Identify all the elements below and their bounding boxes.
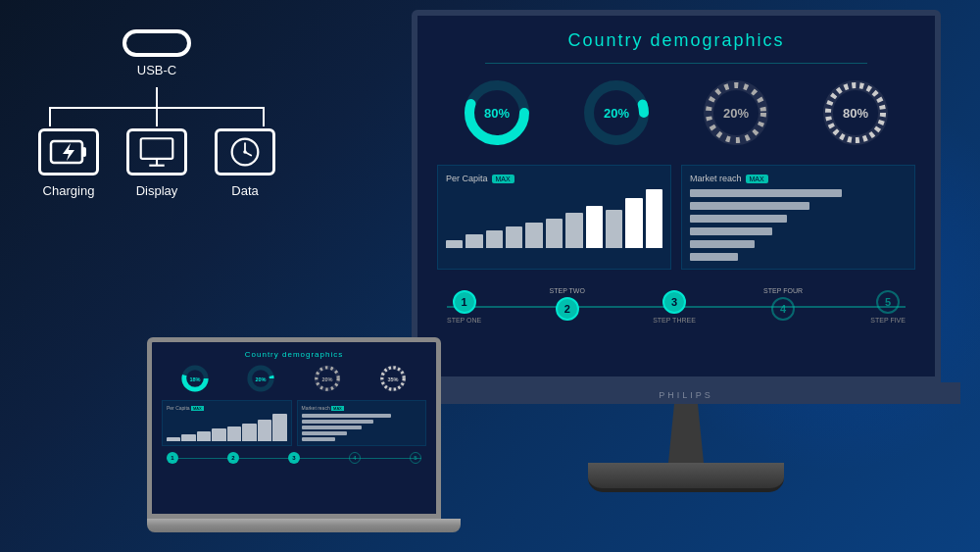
- step-3: 3 STEP THREE: [653, 287, 696, 324]
- mini-hbar-3: [302, 426, 362, 429]
- hbar-row-2: [690, 202, 906, 210]
- donut-3: 20%: [702, 78, 770, 147]
- svg-marker-2: [63, 143, 74, 161]
- hbar-3: [690, 215, 787, 223]
- mini-per-capita-title: Per Capita MAX: [167, 405, 287, 411]
- market-reach-max: MAX: [746, 175, 768, 183]
- mini-bar-6: [242, 424, 256, 441]
- mini-step-4: 4: [349, 452, 361, 464]
- monitor-screen: Country demographics 80%: [412, 10, 941, 382]
- market-reach-chart: Market reach MAX: [681, 165, 915, 270]
- step-2: STEP TWO 2: [550, 287, 585, 324]
- mini-step-5: 5: [410, 452, 421, 464]
- feature-display: Display: [118, 128, 196, 198]
- step-3-bot: STEP THREE: [653, 317, 696, 324]
- steps-row: 1 STEP ONE STEP TWO 2 3 STEP THREE STEP …: [437, 287, 915, 324]
- step-2-circle: 2: [556, 297, 579, 321]
- mini-bar-1: [167, 437, 180, 441]
- mini-donut-2: 20%: [245, 363, 276, 394]
- tree-diagram: [29, 87, 284, 109]
- bar-1: [446, 240, 463, 248]
- donut-2: 20%: [582, 78, 651, 147]
- tree-branch-mid: [156, 107, 158, 126]
- mini-donuts-row: 18% 20% 20% 35%: [162, 363, 426, 394]
- mini-dashboard: Country demographics 18% 20% 20%: [162, 350, 426, 508]
- data-clock-icon: [229, 136, 261, 168]
- display-label: Display: [136, 183, 178, 198]
- display-icon-box: [126, 128, 187, 176]
- donut-chart-2: 20%: [582, 78, 651, 147]
- mini-bars: [167, 414, 287, 441]
- svg-text:20%: 20%: [256, 376, 267, 382]
- features-row: Charging Display: [29, 128, 284, 198]
- hbar-6: [690, 253, 738, 261]
- tree-branch: [49, 107, 265, 109]
- hbar-4: [690, 227, 772, 235]
- laptop-screen: Country demographics 18% 20% 20%: [147, 337, 441, 519]
- mini-bar-5: [227, 427, 241, 441]
- step-2-top: STEP TWO: [550, 287, 585, 294]
- charging-label: Charging: [43, 183, 95, 198]
- bar-7: [565, 213, 582, 248]
- per-capita-title: Per Capita MAX: [446, 174, 662, 183]
- hbar-row-5: [690, 240, 906, 248]
- tree-trunk: [156, 87, 158, 107]
- donut-chart-3: 20%: [702, 78, 770, 147]
- per-capita-chart: Per Capita MAX: [437, 165, 671, 270]
- mini-bar-8: [272, 414, 286, 441]
- dashboard-title: Country demographics: [437, 30, 915, 51]
- hbar-row-3: [690, 215, 906, 223]
- usbc-diagram: USB-C Charging: [20, 29, 294, 198]
- feature-charging: Charging: [29, 128, 108, 198]
- mini-charts-row: Per Capita MAX Market reach MAX: [162, 400, 426, 446]
- mini-bar-2: [181, 434, 195, 441]
- usbc-shape: [122, 29, 191, 57]
- charging-icon-box: [38, 128, 99, 176]
- bar-6: [546, 219, 563, 248]
- monitor: Country demographics 80%: [412, 10, 960, 492]
- hbar-row-4: [690, 227, 906, 235]
- donut-chart-4: 80%: [821, 78, 890, 147]
- monitor-base: [588, 463, 784, 492]
- step-1-bot: STEP ONE: [447, 317, 481, 324]
- bar-5: [525, 223, 542, 248]
- bar-4: [506, 226, 522, 248]
- svg-text:80%: 80%: [843, 106, 868, 121]
- hbar-5: [690, 240, 755, 248]
- market-reach-bars: [690, 189, 906, 261]
- laptop: Country demographics 18% 20% 20%: [147, 337, 461, 532]
- per-capita-bars: [446, 189, 662, 248]
- donuts-row: 80% 20% 20%: [437, 78, 915, 147]
- mini-hbar-5: [302, 437, 335, 441]
- dashboard: Country demographics 80%: [437, 30, 915, 367]
- step-1: 1 STEP ONE: [447, 287, 481, 324]
- step-1-circle: 1: [453, 290, 476, 314]
- mini-step-1: 1: [167, 452, 178, 464]
- market-reach-label: Market reach: [690, 174, 742, 183]
- per-capita-label: Per Capita: [446, 174, 488, 183]
- mini-per-capita: Per Capita MAX: [162, 400, 292, 446]
- mini-donut-3: 20%: [312, 363, 343, 394]
- market-reach-title: Market reach MAX: [690, 174, 906, 183]
- usbc-connector: USB-C: [20, 29, 294, 77]
- mini-step-3: 3: [288, 452, 300, 464]
- monitor-brand-bar: PHILIPS: [412, 382, 960, 404]
- monitor-stand-neck: [657, 404, 715, 463]
- bar-8: [586, 206, 603, 248]
- svg-rect-3: [141, 138, 173, 159]
- svg-rect-1: [82, 147, 86, 157]
- step-5-bot: STEP FIVE: [870, 317, 906, 324]
- monitor-brand: PHILIPS: [659, 390, 713, 400]
- svg-text:20%: 20%: [321, 376, 332, 382]
- donut-1: 80%: [463, 78, 531, 147]
- mini-hbar-4: [302, 431, 348, 435]
- svg-text:80%: 80%: [484, 106, 510, 121]
- bar-3: [486, 230, 503, 248]
- step-5: 5 STEP FIVE: [870, 287, 906, 324]
- step-4-top: STEP FOUR: [763, 287, 803, 294]
- mini-step-2: 2: [227, 452, 239, 464]
- mini-bar-3: [197, 431, 211, 441]
- step-5-circle: 5: [876, 290, 900, 314]
- mini-hbar-1: [302, 414, 392, 418]
- per-capita-max: MAX: [492, 175, 514, 183]
